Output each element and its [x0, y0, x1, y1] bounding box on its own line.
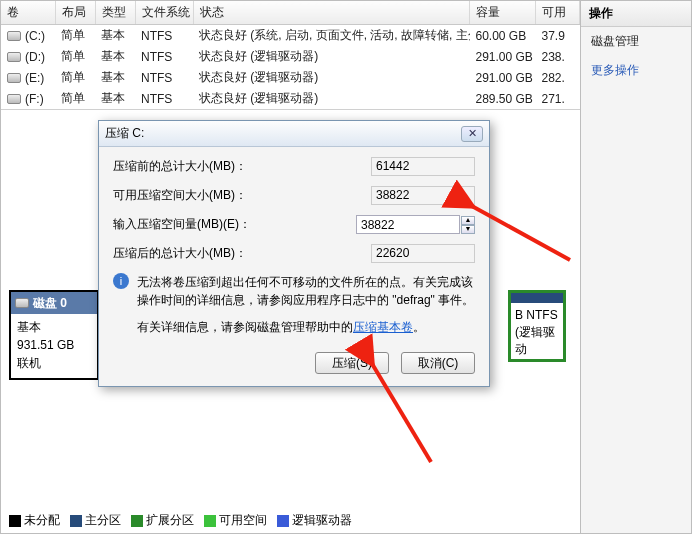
volume-icon — [7, 31, 21, 41]
disk-summary: 磁盘 0 基本 931.51 GB 联机 — [9, 290, 99, 380]
legend-item: 可用空间 — [204, 512, 267, 529]
info-icon: i — [113, 273, 129, 289]
quantity-stepper[interactable]: ▲▼ — [461, 216, 475, 234]
volume-icon — [7, 52, 21, 62]
legend-item: 未分配 — [9, 512, 60, 529]
column-header[interactable]: 容量 — [470, 1, 536, 25]
actions-group: 磁盘管理 — [581, 27, 691, 56]
shrink-dialog: 压缩 C: ✕ 压缩前的总计大小(MB)： 61442 可用压缩空间大小(MB)… — [98, 120, 490, 387]
before-size-value: 61442 — [371, 157, 475, 176]
disk-icon — [15, 298, 29, 308]
partition-block[interactable]: B NTFS (逻辑驱动 — [508, 290, 566, 362]
info-text: 无法将卷压缩到超出任何不可移动的文件所在的点。有关完成该操作时间的详细信息，请参… — [137, 273, 475, 309]
column-header[interactable]: 卷 — [1, 1, 55, 25]
shrink-button[interactable]: 压缩(S) — [315, 352, 389, 374]
legend-item: 逻辑驱动器 — [277, 512, 352, 529]
legend-swatch — [131, 515, 143, 527]
column-header[interactable]: 文件系统 — [135, 1, 193, 25]
legend-swatch — [277, 515, 289, 527]
avail-shrink-label: 可用压缩空间大小(MB)： — [113, 187, 371, 204]
legend-swatch — [204, 515, 216, 527]
moreinfo-text: 有关详细信息，请参阅磁盘管理帮助中的压缩基本卷。 — [137, 319, 425, 336]
close-icon[interactable]: ✕ — [461, 126, 483, 142]
column-header[interactable]: 类型 — [95, 1, 135, 25]
shrink-amount-label: 输入压缩空间量(MB)(E)： — [113, 216, 356, 233]
legend-swatch — [70, 515, 82, 527]
more-actions[interactable]: 更多操作 — [581, 56, 691, 85]
table-row[interactable]: (C:)简单基本NTFS状态良好 (系统, 启动, 页面文件, 活动, 故障转储… — [1, 25, 580, 47]
volume-icon — [7, 73, 21, 83]
actions-header: 操作 — [581, 1, 691, 27]
dialog-title: 压缩 C: — [105, 125, 461, 142]
table-row[interactable]: (D:)简单基本NTFS状态良好 (逻辑驱动器)291.00 GB238. — [1, 46, 580, 67]
after-size-label: 压缩后的总计大小(MB)： — [113, 245, 371, 262]
column-header[interactable]: 可用 — [536, 1, 580, 25]
chevron-up-icon[interactable]: ▲ — [461, 216, 475, 225]
help-link[interactable]: 压缩基本卷 — [353, 320, 413, 334]
legend: 未分配主分区扩展分区可用空间逻辑驱动器 — [9, 512, 352, 529]
column-header[interactable]: 状态 — [193, 1, 470, 25]
volume-icon — [7, 94, 21, 104]
table-row[interactable]: (E:)简单基本NTFS状态良好 (逻辑驱动器)291.00 GB282. — [1, 67, 580, 88]
volume-table: 卷布局类型文件系统状态容量可用 (C:)简单基本NTFS状态良好 (系统, 启动… — [1, 1, 580, 109]
shrink-amount-input[interactable] — [356, 215, 460, 234]
column-header[interactable]: 布局 — [55, 1, 95, 25]
avail-shrink-value: 38822 — [371, 186, 475, 205]
cancel-button[interactable]: 取消(C) — [401, 352, 475, 374]
after-size-value: 22620 — [371, 244, 475, 263]
legend-item: 主分区 — [70, 512, 121, 529]
legend-swatch — [9, 515, 21, 527]
dialog-titlebar[interactable]: 压缩 C: ✕ — [99, 121, 489, 147]
before-size-label: 压缩前的总计大小(MB)： — [113, 158, 371, 175]
table-row[interactable]: (F:)简单基本NTFS状态良好 (逻辑驱动器)289.50 GB271. — [1, 88, 580, 109]
chevron-down-icon[interactable]: ▼ — [461, 225, 475, 234]
legend-item: 扩展分区 — [131, 512, 194, 529]
